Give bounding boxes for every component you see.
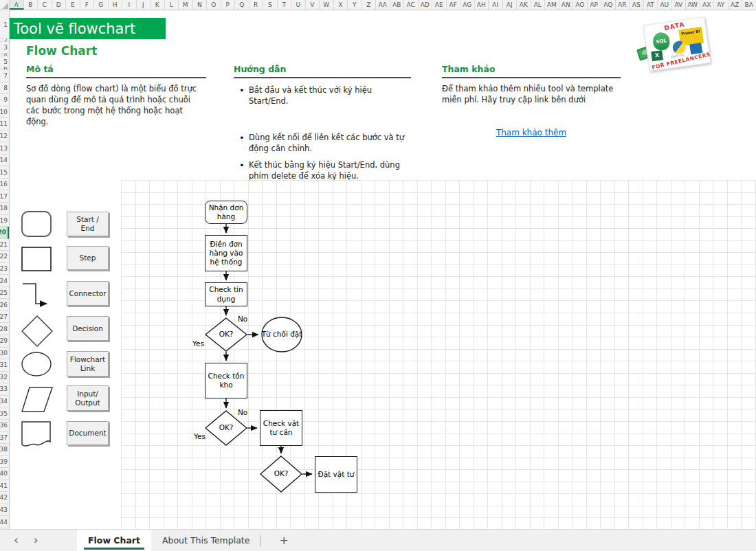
row-header[interactable]: 7: [0, 70, 9, 82]
row-header[interactable]: 11: [0, 118, 9, 131]
column-header[interactable]: AB: [390, 0, 405, 10]
row-header[interactable]: 20: [0, 227, 9, 239]
column-header[interactable]: Q: [235, 0, 249, 10]
row-header[interactable]: 33: [0, 383, 9, 396]
column-header[interactable]: H: [109, 0, 123, 10]
row-header[interactable]: 34: [0, 396, 9, 408]
reference-hyperlink[interactable]: Tham khảo thêm: [496, 128, 566, 137]
row-header[interactable]: 25: [0, 287, 9, 300]
column-header[interactable]: O: [207, 0, 221, 10]
row-header[interactable]: 39: [0, 456, 9, 469]
column-header[interactable]: Z: [362, 0, 377, 10]
column-header[interactable]: AY: [714, 0, 729, 10]
column-header[interactable]: AM: [545, 0, 559, 10]
row-header[interactable]: 22: [0, 251, 9, 263]
column-header[interactable]: G: [94, 0, 109, 10]
row-header[interactable]: 10: [0, 106, 9, 119]
column-header[interactable]: E: [66, 0, 80, 10]
row-header[interactable]: 28: [0, 323, 9, 335]
row-header[interactable]: 35: [0, 407, 9, 420]
row-header[interactable]: 12: [0, 131, 9, 143]
flowchart-canvas[interactable]: Nhận đơn hàng Điền đơn hàng vào hệ thống…: [121, 180, 756, 529]
column-header[interactable]: AE: [432, 0, 447, 10]
column-header[interactable]: AX: [700, 0, 715, 10]
tab-about-this-template[interactable]: About This Template: [151, 530, 260, 551]
row-header[interactable]: 19: [0, 215, 9, 227]
column-header[interactable]: AR: [616, 0, 630, 10]
column-header[interactable]: AS: [630, 0, 644, 10]
input-output-button[interactable]: Input/ Output: [67, 385, 109, 411]
row-header[interactable]: 3: [0, 42, 9, 54]
flow-node-enter-order[interactable]: Điền đơn hàng vào hệ thống: [205, 235, 247, 271]
column-header[interactable]: AC: [404, 0, 419, 10]
column-header[interactable]: AF: [447, 0, 461, 10]
column-header[interactable]: AD: [419, 0, 433, 10]
row-header[interactable]: 42: [0, 492, 9, 504]
row-header[interactable]: 38: [0, 444, 9, 456]
row-header[interactable]: 27: [0, 311, 9, 324]
add-sheet-button[interactable]: +: [261, 530, 306, 551]
row-header[interactable]: 13: [0, 142, 9, 155]
flow-node-order-materials[interactable]: Đặt vật tư: [315, 456, 357, 493]
column-header[interactable]: R: [249, 0, 264, 10]
column-header[interactable]: D: [52, 0, 67, 10]
tab-flow-chart[interactable]: Flow Chart: [77, 530, 151, 551]
flow-node-check-credit[interactable]: Check tín dụng: [205, 282, 247, 306]
column-header[interactable]: AV: [672, 0, 687, 10]
step-button[interactable]: Step: [67, 246, 109, 270]
document-button[interactable]: Document: [67, 421, 109, 445]
row-header[interactable]: 21: [0, 239, 9, 251]
column-header[interactable]: AO: [573, 0, 588, 10]
column-header[interactable]: Y: [348, 0, 362, 10]
decision-button[interactable]: Decision: [67, 316, 109, 341]
column-header[interactable]: AQ: [601, 0, 616, 10]
column-header[interactable]: M: [179, 0, 193, 10]
column-header[interactable]: BA: [742, 0, 756, 10]
row-header[interactable]: 32: [0, 372, 9, 384]
flow-node-check-materials[interactable]: Check vật tư cần: [260, 410, 302, 446]
row-header[interactable]: 17: [0, 190, 9, 203]
column-header[interactable]: N: [193, 0, 208, 10]
flowchart-link-button[interactable]: Flowchart Link: [67, 351, 109, 376]
row-header[interactable]: 23: [0, 263, 9, 276]
next-sheet-icon[interactable]: ›: [34, 535, 38, 546]
row-header[interactable]: 8: [0, 82, 9, 95]
column-header[interactable]: AZ: [729, 0, 743, 10]
column-header[interactable]: AJ: [503, 0, 518, 10]
row-header[interactable]: 18: [0, 203, 9, 215]
column-header[interactable]: AI: [489, 0, 503, 10]
connector-button[interactable]: Connector: [67, 281, 109, 306]
column-header[interactable]: AG: [460, 0, 475, 10]
column-header[interactable]: W: [320, 0, 334, 10]
column-header[interactable]: J: [137, 0, 151, 10]
row-header[interactable]: 43: [0, 504, 9, 517]
column-header[interactable]: C: [38, 0, 52, 10]
row-header[interactable]: 36: [0, 420, 9, 432]
row-header[interactable]: 5: [0, 56, 9, 67]
row-header[interactable]: 24: [0, 275, 9, 287]
column-header[interactable]: L: [165, 0, 179, 10]
row-header[interactable]: 31: [0, 359, 9, 372]
column-header[interactable]: X: [334, 0, 348, 10]
flow-node-start[interactable]: Nhận đơn hàng: [205, 201, 247, 224]
column-header[interactable]: AP: [588, 0, 602, 10]
column-header[interactable]: V: [306, 0, 320, 10]
column-header[interactable]: AU: [658, 0, 672, 10]
row-header[interactable]: 9: [0, 94, 9, 106]
column-header[interactable]: B: [24, 0, 38, 10]
column-header[interactable]: K: [151, 0, 165, 10]
column-header[interactable]: S: [263, 0, 278, 10]
start-end-button[interactable]: Start / End: [67, 212, 109, 236]
column-header[interactable]: AK: [517, 0, 531, 10]
row-header[interactable]: 37: [0, 431, 9, 444]
column-header[interactable]: A: [10, 0, 24, 10]
row-header[interactable]: 16: [0, 179, 9, 191]
flow-decision-3[interactable]: OK?: [260, 456, 302, 493]
flow-node-reject[interactable]: Từ chối đặt: [261, 317, 302, 352]
column-header[interactable]: P: [221, 0, 236, 10]
column-header[interactable]: AH: [475, 0, 489, 10]
row-header[interactable]: 30: [0, 348, 9, 360]
column-header[interactable]: F: [80, 0, 95, 10]
column-header[interactable]: AA: [376, 0, 390, 10]
column-header[interactable]: AT: [644, 0, 658, 10]
